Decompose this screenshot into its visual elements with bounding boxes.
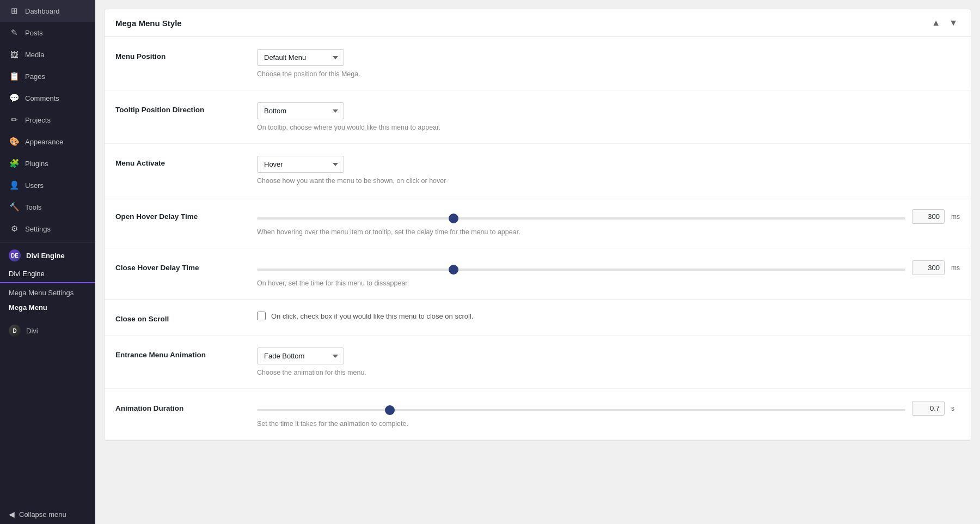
value-box-close-hover-delay[interactable] (912, 260, 945, 275)
comments-icon: 💬 (9, 93, 20, 103)
pages-icon: 📋 (9, 71, 20, 82)
sidebar-item-label: Media (25, 51, 44, 59)
settings-rows: Menu PositionDefault MenuTopBottomLeftRi… (105, 37, 971, 440)
divi-engine-main-icon: DE (9, 249, 21, 261)
panel-header: Mega Menu Style ▲ ▼ (105, 9, 971, 37)
sidebar-item-divi-engine-main[interactable]: DE Divi Engine (0, 245, 95, 266)
sidebar-item-label: Comments (25, 94, 59, 102)
settings-panel: Mega Menu Style ▲ ▼ Menu PositionDefault… (104, 9, 971, 441)
plugins-icon: 🧩 (9, 158, 20, 169)
range-input-open-hover-delay[interactable] (257, 217, 905, 220)
sidebar-item-mega-menu[interactable]: Mega Menu (0, 300, 95, 317)
description-entrance-menu-animation: Choose the animation for this menu. (257, 369, 960, 376)
media-icon: 🖼 (9, 49, 20, 60)
settings-label-menu-activate: Menu Activate (115, 156, 257, 167)
sidebar-item-users[interactable]: 👤 Users (0, 174, 95, 196)
panel-up-button[interactable]: ▲ (929, 17, 942, 29)
settings-label-close-hover-delay: Close Hover Delay Time (115, 260, 257, 272)
sidebar-item-pages[interactable]: 📋 Pages (0, 65, 95, 87)
unit-animation-duration: s (951, 405, 960, 412)
slider-row-close-hover-delay: ms (257, 260, 960, 275)
sidebar-item-label: Pages (25, 72, 45, 81)
sidebar-item-label: Dashboard (25, 7, 60, 15)
sidebar-item-tools[interactable]: 🔨 Tools (0, 196, 95, 218)
sidebar-item-label: Users (25, 181, 44, 190)
description-menu-activate: Choose how you want the menu to be shown… (257, 177, 960, 185)
mega-menu-label: Mega Menu (9, 303, 47, 312)
sidebar-item-appearance[interactable]: 🎨 Appearance (0, 131, 95, 153)
collapse-menu-item[interactable]: ◀ Collapse menu (0, 504, 95, 524)
description-close-hover-delay: On hover, set the time for this menu to … (257, 279, 960, 287)
sidebar-item-label: Tools (25, 203, 41, 211)
sidebar-item-posts[interactable]: ✎ Posts (0, 22, 95, 44)
sidebar-item-label: Projects (25, 116, 51, 124)
slider-row-animation-duration: s (257, 401, 960, 416)
settings-label-tooltip-position-direction: Tooltip Position Direction (115, 102, 257, 114)
range-input-animation-duration[interactable] (257, 409, 905, 411)
value-box-animation-duration[interactable] (912, 401, 945, 416)
settings-control-menu-position: Default MenuTopBottomLeftRightChoose the… (257, 49, 960, 78)
main-content: Mega Menu Style ▲ ▼ Menu PositionDefault… (95, 0, 980, 524)
sidebar-item-divi-engine-sub[interactable]: Divi Engine (0, 266, 95, 283)
checkbox-close-on-scroll[interactable] (257, 312, 266, 320)
select-tooltip-position-direction[interactable]: BottomTopLeftRight (257, 102, 344, 119)
users-icon: 👤 (9, 180, 20, 191)
slider-container-animation-duration (257, 404, 905, 413)
settings-control-tooltip-position-direction: BottomTopLeftRightOn tooltip, choose whe… (257, 102, 960, 131)
appearance-icon: 🎨 (9, 136, 20, 147)
range-input-close-hover-delay[interactable] (257, 269, 905, 271)
tools-icon: 🔨 (9, 202, 20, 212)
slider-row-open-hover-delay: ms (257, 209, 960, 224)
settings-row-close-hover-delay: Close Hover Delay TimemsOn hover, set th… (105, 248, 971, 300)
settings-row-close-on-scroll: Close on ScrollOn click, check box if yo… (105, 300, 971, 336)
description-animation-duration: Set the time it takes for the animation … (257, 420, 960, 428)
sidebar-item-divi[interactable]: D Divi (0, 319, 95, 342)
collapse-menu-label: Collapse menu (19, 510, 66, 519)
sidebar-item-label: Plugins (25, 160, 48, 168)
sidebar-item-plugins[interactable]: 🧩 Plugins (0, 153, 95, 174)
settings-control-animation-duration: sSet the time it takes for the animation… (257, 401, 960, 428)
select-menu-activate[interactable]: HoverClick (257, 156, 344, 173)
sidebar-item-label: Posts (25, 29, 43, 37)
panel-title: Mega Menu Style (115, 19, 182, 28)
settings-control-menu-activate: HoverClickChoose how you want the menu t… (257, 156, 960, 185)
sidebar-item-settings[interactable]: ⚙ Settings (0, 218, 95, 240)
select-menu-position[interactable]: Default MenuTopBottomLeftRight (257, 49, 344, 66)
checkbox-row-close-on-scroll: On click, check box if you would like th… (257, 312, 960, 320)
settings-row-menu-activate: Menu ActivateHoverClickChoose how you wa… (105, 144, 971, 197)
sidebar-item-dashboard[interactable]: ⊞ Dashboard (0, 0, 95, 22)
mega-menu-settings-label: Mega Menu Settings (9, 289, 74, 297)
unit-open-hover-delay: ms (951, 213, 960, 221)
sidebar-item-mega-menu-settings[interactable]: Mega Menu Settings (0, 283, 95, 300)
sidebar-item-label: Settings (25, 225, 51, 233)
sidebar-item-label: Appearance (25, 138, 63, 146)
settings-row-animation-duration: Animation DurationsSet the time it takes… (105, 389, 971, 440)
description-open-hover-delay: When hovering over the menu item or tool… (257, 228, 960, 236)
projects-icon: ✏ (9, 114, 20, 125)
settings-label-menu-position: Menu Position (115, 49, 257, 60)
settings-label-open-hover-delay: Open Hover Delay Time (115, 209, 257, 221)
select-entrance-menu-animation[interactable]: Fade BottomFade TopFade LeftFade RightNo… (257, 348, 344, 364)
sidebar-item-media[interactable]: 🖼 Media (0, 44, 95, 65)
settings-row-menu-position: Menu PositionDefault MenuTopBottomLeftRi… (105, 37, 971, 90)
unit-close-hover-delay: ms (951, 264, 960, 272)
checkbox-label-close-on-scroll: On click, check box if you would like th… (271, 312, 473, 320)
sidebar-item-projects[interactable]: ✏ Projects (0, 109, 95, 131)
divi-engine-sub-label: Divi Engine (9, 270, 45, 278)
sidebar-item-label: Divi Engine (26, 252, 65, 260)
panel-down-button[interactable]: ▼ (947, 17, 960, 29)
value-box-open-hover-delay[interactable] (912, 209, 945, 224)
panel-controls: ▲ ▼ (929, 17, 960, 29)
settings-control-entrance-menu-animation: Fade BottomFade TopFade LeftFade RightNo… (257, 348, 960, 376)
settings-control-close-on-scroll: On click, check box if you would like th… (257, 312, 960, 320)
slider-container-close-hover-delay (257, 263, 905, 273)
sidebar-item-comments[interactable]: 💬 Comments (0, 87, 95, 109)
settings-icon: ⚙ (9, 223, 20, 234)
settings-label-entrance-menu-animation: Entrance Menu Animation (115, 348, 257, 359)
settings-row-open-hover-delay: Open Hover Delay TimemsWhen hovering ove… (105, 197, 971, 248)
settings-label-animation-duration: Animation Duration (115, 401, 257, 412)
settings-label-close-on-scroll: Close on Scroll (115, 312, 257, 323)
settings-control-close-hover-delay: msOn hover, set the time for this menu t… (257, 260, 960, 287)
description-menu-position: Choose the position for this Mega. (257, 70, 960, 78)
settings-row-entrance-menu-animation: Entrance Menu AnimationFade BottomFade T… (105, 336, 971, 389)
